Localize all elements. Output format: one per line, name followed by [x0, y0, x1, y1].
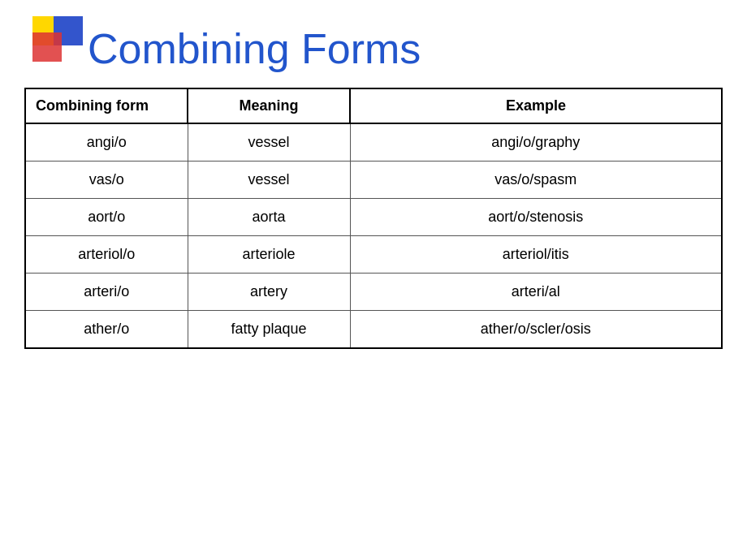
- table-cell: arteri/o: [25, 274, 188, 311]
- col-header-example: Example: [350, 88, 722, 123]
- table-cell: vas/o/spasm: [350, 162, 722, 199]
- table-cell: artery: [188, 274, 350, 311]
- table-row: arteriol/oarteriolearteriol/itis: [25, 236, 722, 274]
- table-cell: vas/o: [25, 162, 188, 199]
- table-cell: vessel: [188, 123, 350, 162]
- table-cell: arteriol/itis: [350, 236, 722, 274]
- table-cell: aorta: [188, 199, 350, 236]
- table-cell: arteriol/o: [25, 236, 188, 274]
- table-cell: ather/o/scler/osis: [350, 311, 722, 349]
- table-cell: fatty plaque: [188, 311, 350, 349]
- header-area: Combining Forms: [24, 16, 723, 73]
- table-row: aort/oaortaaort/o/stenosis: [25, 199, 722, 236]
- table-cell: aort/o/stenosis: [350, 199, 722, 236]
- table-cell: aort/o: [25, 199, 188, 236]
- logo-blocks: [24, 16, 81, 73]
- table-wrapper: Combining form Meaning Example angi/oves…: [24, 88, 723, 349]
- table-header-row: Combining form Meaning Example: [25, 88, 722, 123]
- table-cell: angi/o/graphy: [350, 123, 722, 162]
- table-row: vas/ovesselvas/o/spasm: [25, 162, 722, 199]
- table-cell: arteri/al: [350, 274, 722, 311]
- table-cell: arteriole: [188, 236, 350, 274]
- col-header-combining-form: Combining form: [25, 88, 188, 123]
- combining-forms-table: Combining form Meaning Example angi/oves…: [24, 88, 723, 349]
- col-header-meaning: Meaning: [188, 88, 350, 123]
- table-row: arteri/oarteryarteri/al: [25, 274, 722, 311]
- page-title: Combining Forms: [88, 28, 421, 73]
- table-row: angi/ovesselangi/o/graphy: [25, 123, 722, 162]
- table-cell: angi/o: [25, 123, 188, 162]
- table-cell: ather/o: [25, 311, 188, 349]
- page-container: Combining Forms Combining form Meaning E…: [0, 0, 747, 560]
- block-red: [32, 32, 62, 62]
- table-row: ather/ofatty plaqueather/o/scler/osis: [25, 311, 722, 349]
- table-cell: vessel: [188, 162, 350, 199]
